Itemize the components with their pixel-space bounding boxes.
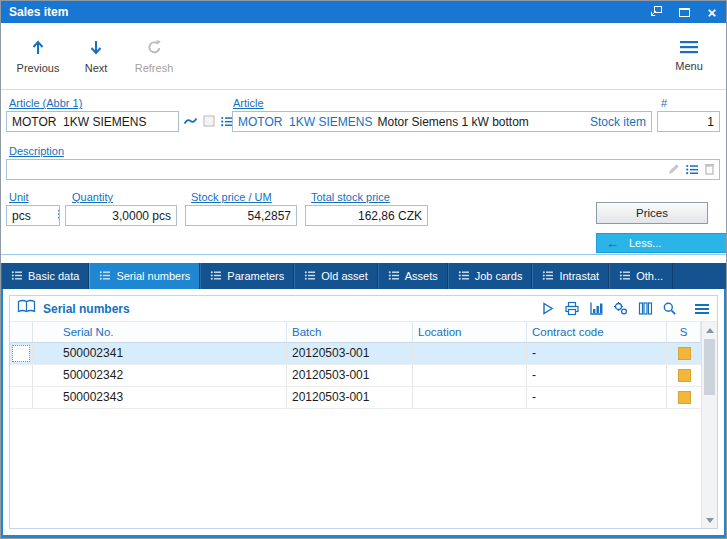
close-button[interactable]: × — [698, 1, 726, 23]
cell-contract-code[interactable]: - — [527, 365, 667, 386]
status-badge — [678, 347, 691, 360]
chart-icon[interactable] — [589, 301, 604, 316]
cell-location[interactable] — [413, 387, 527, 408]
maximize-button[interactable] — [670, 1, 698, 23]
tab-assets[interactable]: Assets — [378, 263, 448, 289]
picker-icon[interactable] — [31, 205, 60, 226]
cell-serial-no[interactable]: 500002341 — [33, 343, 287, 364]
sales-item-window: Sales item × Previous — [0, 0, 727, 539]
table-row[interactable]: 500002343 20120503-001 - — [10, 387, 701, 409]
tab-job-cards[interactable]: Job cards — [448, 263, 533, 289]
row-indicator-cell[interactable] — [10, 343, 33, 364]
cell-status[interactable] — [667, 365, 701, 386]
edit-icon[interactable] — [667, 162, 681, 180]
window-controls: × — [642, 1, 726, 23]
number-label: # — [661, 97, 667, 109]
run-icon[interactable] — [540, 301, 555, 316]
col-batch[interactable]: Batch — [287, 322, 413, 342]
cell-status[interactable] — [667, 387, 701, 408]
stock-price-field[interactable]: 54,2857 — [185, 205, 297, 226]
article-abbr-input[interactable] — [6, 111, 179, 132]
arrow-up-icon — [30, 39, 46, 58]
col-contract-code[interactable]: Contract code — [527, 322, 667, 342]
article-field[interactable]: MOTOR 1KW SIEMENS Motor Siemens 1 kW bot… — [232, 111, 652, 132]
total-stock-price-field[interactable]: 162,86 CZK — [305, 205, 428, 226]
table-row[interactable]: 500002342 20120503-001 - — [10, 365, 701, 387]
scroll-down-icon[interactable] — [702, 512, 718, 528]
prices-button[interactable]: Prices — [596, 202, 708, 224]
hamburger-icon — [679, 40, 699, 56]
article-label[interactable]: Article — [233, 97, 264, 109]
cell-location[interactable] — [413, 365, 527, 386]
stock-item-link[interactable]: Stock item — [582, 115, 646, 129]
description-field[interactable] — [6, 159, 720, 180]
cell-batch[interactable]: 20120503-001 — [287, 387, 413, 408]
cell-serial-no[interactable]: 500002343 — [33, 387, 287, 408]
search-icon[interactable] — [662, 301, 677, 316]
serial-numbers-panel: Serial numbers — [9, 295, 718, 529]
col-serial-no[interactable]: Serial No. — [33, 322, 287, 342]
description-label[interactable]: Description — [9, 145, 64, 157]
tab-serial-numbers[interactable]: Serial numbers — [89, 263, 200, 289]
gears-icon[interactable] — [613, 301, 629, 316]
scrollbar-thumb[interactable] — [704, 339, 715, 395]
row-indicator-cell[interactable] — [10, 365, 33, 386]
refresh-label: Refresh — [135, 62, 174, 74]
tab-content: Serial numbers — [1, 289, 726, 538]
grid-header-row: Serial No. Batch Location Contract code … — [10, 322, 701, 343]
tab-label: Intrastat — [559, 270, 599, 282]
article-abbr-label[interactable]: Article (Abbr 1) — [9, 97, 82, 109]
quantity-label[interactable]: Quantity — [72, 191, 113, 203]
panel-title: Serial numbers — [43, 302, 130, 316]
quantity-field[interactable]: 3,0000 pcs — [65, 205, 177, 226]
tab-basic-data[interactable]: Basic data — [1, 263, 89, 289]
unit-label[interactable]: Unit — [9, 191, 29, 203]
cell-status[interactable] — [667, 343, 701, 364]
cell-contract-code[interactable]: - — [527, 343, 667, 364]
arrow-down-icon — [88, 39, 104, 58]
next-button[interactable]: Next — [67, 28, 125, 84]
unit-value: pcs — [12, 209, 31, 223]
scroll-up-icon[interactable] — [702, 322, 718, 338]
columns-icon[interactable] — [638, 301, 653, 316]
refresh-button[interactable]: Refresh — [125, 28, 183, 84]
cell-contract-code[interactable]: - — [527, 387, 667, 408]
tab-oth[interactable]: Oth... — [609, 263, 673, 289]
previous-button[interactable]: Previous — [9, 28, 67, 84]
open-record-icon[interactable] — [202, 114, 216, 132]
delete-icon[interactable] — [703, 162, 716, 180]
tab-intrastat[interactable]: Intrastat — [532, 263, 609, 289]
prices-label: Prices — [636, 207, 668, 219]
print-icon[interactable] — [564, 301, 580, 316]
stock-price-label[interactable]: Stock price / UM — [191, 191, 272, 203]
cell-batch[interactable]: 20120503-001 — [287, 343, 413, 364]
col-status[interactable]: S — [667, 322, 701, 342]
tab-bar: Basic data Serial numbers Parameters Old… — [1, 263, 726, 289]
relations-icon[interactable] — [183, 114, 198, 132]
tab-parameters[interactable]: Parameters — [200, 263, 294, 289]
table-row[interactable]: 500002341 20120503-001 - — [10, 343, 701, 365]
article-link[interactable]: MOTOR 1KW SIEMENS — [238, 115, 372, 129]
total-stock-price-label[interactable]: Total stock price — [311, 191, 390, 203]
less-button[interactable]: ← Less... — [596, 233, 727, 253]
menu-button[interactable]: Menu — [660, 28, 718, 84]
panel-header: Serial numbers — [10, 296, 717, 322]
tab-label: Serial numbers — [116, 270, 190, 282]
picker-icon[interactable] — [685, 162, 699, 180]
vertical-scrollbar[interactable] — [701, 322, 717, 528]
dock-button[interactable] — [642, 1, 670, 23]
list-icon — [388, 270, 400, 283]
cell-location[interactable] — [413, 343, 527, 364]
status-badge — [678, 391, 691, 404]
cell-batch[interactable]: 20120503-001 — [287, 365, 413, 386]
tab-label: Assets — [405, 270, 438, 282]
row-indicator-cell[interactable] — [10, 387, 33, 408]
tab-old-asset[interactable]: Old asset — [294, 263, 377, 289]
col-location[interactable]: Location — [413, 322, 527, 342]
list-icon — [11, 270, 23, 283]
menu-label: Menu — [675, 60, 703, 72]
number-field[interactable]: 1 — [657, 111, 720, 132]
grid-menu-icon[interactable] — [694, 303, 710, 315]
unit-field[interactable]: pcs — [6, 205, 60, 226]
cell-serial-no[interactable]: 500002342 — [33, 365, 287, 386]
